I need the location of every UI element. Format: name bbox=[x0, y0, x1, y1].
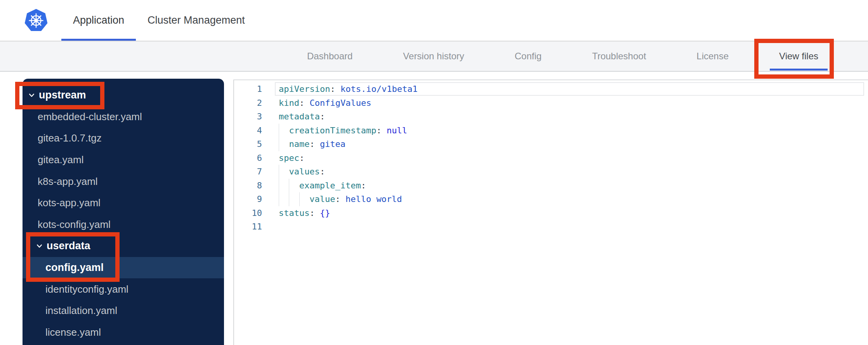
tree-folder-userdata[interactable]: userdata bbox=[23, 235, 224, 257]
indent-guide bbox=[279, 165, 289, 179]
kots-admin-console: ApplicationCluster Management DashboardV… bbox=[0, 0, 868, 345]
yaml-token-p: : bbox=[320, 112, 325, 121]
tree-file-license-yaml[interactable]: license.yaml bbox=[23, 322, 224, 343]
header-tab-application[interactable]: Application bbox=[61, 0, 136, 41]
tree-item-label: identityconfig.yaml bbox=[45, 283, 128, 295]
tree-file-config-yaml[interactable]: config.yaml bbox=[23, 257, 224, 279]
file-tree-sidebar[interactable]: upstreamembedded-cluster.yamlgitea-1.0.7… bbox=[23, 79, 224, 345]
line-number: 3 bbox=[234, 110, 268, 124]
code-line-2: kind: ConfigValues bbox=[279, 96, 868, 110]
tree-item-label: license.yaml bbox=[45, 326, 101, 338]
yaml-token-k: value bbox=[309, 194, 335, 204]
header-tab-label: Cluster Management bbox=[148, 14, 245, 26]
application-subnav: DashboardVersion historyConfigTroublesho… bbox=[0, 41, 868, 72]
chevron-down-icon bbox=[36, 243, 43, 249]
yaml-token-k: creationTimestamp bbox=[289, 126, 376, 135]
tab-dashboard[interactable]: Dashboard bbox=[297, 41, 363, 71]
file-viewer-editor[interactable]: 1234567891011 apiVersion: kots.io/v1beta… bbox=[233, 79, 868, 345]
tree-item-label: kots-config.yaml bbox=[38, 219, 111, 231]
subnav-tab-label: View files bbox=[779, 51, 818, 62]
line-number: 2 bbox=[234, 96, 268, 110]
code-line-7: values: bbox=[279, 165, 868, 179]
code-line-4: creationTimestamp: null bbox=[279, 124, 868, 138]
tab-config[interactable]: Config bbox=[505, 41, 552, 71]
yaml-token-c: {} bbox=[320, 208, 330, 218]
tree-file-kots-config-yaml[interactable]: kots-config.yaml bbox=[23, 214, 224, 236]
header-tab-cluster-management[interactable]: Cluster Management bbox=[136, 0, 257, 41]
tree-item-label: upstream bbox=[39, 89, 86, 101]
subnav-tab-label: Troubleshoot bbox=[592, 51, 646, 62]
yaml-token-k: metadata bbox=[279, 112, 320, 121]
yaml-token-v: hello world bbox=[345, 194, 402, 204]
yaml-token-v: kots.io/v1beta1 bbox=[340, 84, 418, 94]
tree-file-kots-app-yaml[interactable]: kots-app.yaml bbox=[23, 192, 224, 214]
yaml-token-p: : bbox=[330, 84, 340, 94]
line-number: 9 bbox=[234, 192, 268, 206]
line-number: 6 bbox=[234, 151, 268, 165]
indent-guide bbox=[279, 124, 289, 138]
tree-item-label: gitea.yaml bbox=[38, 154, 84, 166]
yaml-token-p: : bbox=[299, 98, 310, 108]
tab-troubleshoot[interactable]: Troubleshoot bbox=[582, 41, 656, 71]
code-line-5: name: gitea bbox=[279, 137, 868, 151]
code-line-11 bbox=[279, 220, 868, 234]
yaml-token-p: : bbox=[377, 126, 387, 135]
line-number: 11 bbox=[234, 220, 268, 234]
indent-guide bbox=[279, 137, 289, 151]
kubernetes-logo-icon bbox=[24, 9, 48, 33]
line-number: 10 bbox=[234, 206, 268, 220]
code-line-10: status: {} bbox=[279, 206, 868, 220]
code-line-8: example_item: bbox=[279, 179, 868, 193]
top-header-bar: ApplicationCluster Management bbox=[0, 0, 868, 41]
header-tab-label: Application bbox=[73, 14, 124, 26]
line-number: 4 bbox=[234, 124, 268, 138]
tree-file-k8s-app-yaml[interactable]: k8s-app.yaml bbox=[23, 171, 224, 192]
tree-file-installation-yaml[interactable]: installation.yaml bbox=[23, 300, 224, 322]
tree-item-label: config.yaml bbox=[45, 262, 104, 274]
line-number: 1 bbox=[234, 82, 268, 96]
tree-item-label: userdata bbox=[47, 240, 90, 252]
yaml-token-k: example_item bbox=[299, 181, 361, 190]
tree-folder-upstream[interactable]: upstream bbox=[23, 85, 224, 106]
tree-file-identityconfig-yaml[interactable]: identityconfig.yaml bbox=[23, 278, 224, 300]
yaml-token-v: gitea bbox=[320, 139, 345, 149]
yaml-token-k: kind bbox=[279, 98, 299, 108]
tree-item-label: k8s-app.yaml bbox=[38, 176, 98, 188]
yaml-token-k: values bbox=[289, 167, 319, 176]
tree-item-label: gitea-1.0.7.tgz bbox=[38, 132, 102, 144]
tab-view-files[interactable]: View files bbox=[769, 41, 828, 71]
subnav-tab-label: Version history bbox=[403, 51, 464, 62]
code-line-6: spec: bbox=[279, 151, 868, 165]
subnav-tab-label: Dashboard bbox=[307, 51, 352, 62]
yaml-token-p: : bbox=[299, 153, 304, 163]
tree-item-label: kots-app.yaml bbox=[38, 197, 101, 209]
tree-file-gitea-1-0-7-tgz[interactable]: gitea-1.0.7.tgz bbox=[23, 128, 224, 149]
yaml-token-p: : bbox=[309, 139, 320, 149]
yaml-token-p: : bbox=[361, 181, 366, 190]
tab-version-history[interactable]: Version history bbox=[393, 41, 474, 71]
line-number-gutter: 1234567891011 bbox=[234, 80, 268, 345]
yaml-token-k: apiVersion bbox=[279, 84, 330, 94]
subnav-tab-label: License bbox=[696, 51, 729, 62]
code-line-3: metadata: bbox=[279, 110, 868, 124]
yaml-token-k: name bbox=[289, 139, 309, 149]
line-number: 8 bbox=[234, 179, 268, 193]
code-line-9: value: hello world bbox=[279, 192, 868, 206]
chevron-down-icon bbox=[28, 92, 35, 98]
subnav-tab-label: Config bbox=[515, 51, 542, 62]
indent-guide bbox=[289, 179, 299, 193]
indent-guide bbox=[299, 192, 309, 206]
tab-license[interactable]: License bbox=[686, 41, 739, 71]
yaml-token-k: status bbox=[279, 208, 309, 218]
line-number: 7 bbox=[234, 165, 268, 179]
tree-file-embedded-cluster-yaml[interactable]: embedded-cluster.yaml bbox=[23, 106, 224, 128]
indent-guide bbox=[279, 179, 289, 193]
tree-file-gitea-yaml[interactable]: gitea.yaml bbox=[23, 149, 224, 171]
yaml-token-p: : bbox=[320, 167, 325, 176]
tree-item-label: embedded-cluster.yaml bbox=[38, 111, 142, 123]
yaml-token-v: ConfigValues bbox=[309, 98, 371, 108]
yaml-code-content: apiVersion: kots.io/v1beta1kind: ConfigV… bbox=[268, 80, 868, 345]
code-line-1: apiVersion: kots.io/v1beta1 bbox=[279, 82, 868, 96]
indent-guide bbox=[279, 192, 289, 206]
tree-item-label: installation.yaml bbox=[45, 305, 117, 317]
